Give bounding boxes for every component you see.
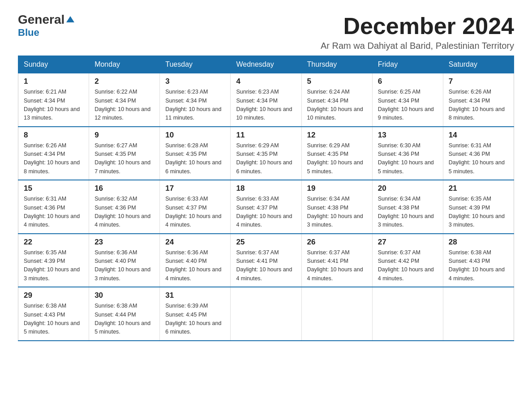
day-number: 16 [94,184,154,193]
day-info: Sunrise: 6:32 AMSunset: 4:36 PMDaylight:… [94,196,150,228]
calendar-week-row: 1 Sunrise: 6:21 AMSunset: 4:34 PMDayligh… [18,73,514,127]
day-number: 20 [378,184,438,193]
day-number: 23 [94,238,154,247]
day-info: Sunrise: 6:33 AMSunset: 4:37 PMDaylight:… [236,196,292,228]
svg-marker-0 [66,16,74,22]
calendar-cell: 6 Sunrise: 6:25 AMSunset: 4:34 PMDayligh… [372,73,443,127]
day-info: Sunrise: 6:23 AMSunset: 4:34 PMDaylight:… [165,89,221,121]
day-info: Sunrise: 6:37 AMSunset: 4:41 PMDaylight:… [307,249,363,282]
header-tuesday: Tuesday [160,56,231,73]
day-number: 22 [24,238,83,247]
day-number: 8 [24,131,83,140]
calendar-cell: 13 Sunrise: 6:30 AMSunset: 4:36 PMDaylig… [372,127,443,180]
day-number: 12 [307,131,367,140]
day-info: Sunrise: 6:24 AMSunset: 4:34 PMDaylight:… [307,89,363,121]
title-section: December 2024 Ar Ram wa Dahiyat al Barid… [321,13,514,51]
day-info: Sunrise: 6:35 AMSunset: 4:39 PMDaylight:… [24,249,80,282]
day-info: Sunrise: 6:35 AMSunset: 4:39 PMDaylight:… [449,196,505,228]
day-number: 21 [449,184,508,193]
day-number: 15 [24,184,83,193]
day-number: 11 [236,131,296,140]
day-info: Sunrise: 6:31 AMSunset: 4:36 PMDaylight:… [449,142,505,175]
calendar-cell: 26 Sunrise: 6:37 AMSunset: 4:41 PMDaylig… [301,234,372,287]
day-info: Sunrise: 6:28 AMSunset: 4:35 PMDaylight:… [165,142,221,175]
calendar-cell: 15 Sunrise: 6:31 AMSunset: 4:36 PMDaylig… [18,180,89,234]
day-info: Sunrise: 6:33 AMSunset: 4:37 PMDaylight:… [165,196,221,228]
calendar-cell: 16 Sunrise: 6:32 AMSunset: 4:36 PMDaylig… [89,180,160,234]
logo-icon [65,14,75,24]
calendar-cell [443,287,514,341]
calendar-cell [301,287,372,341]
day-number: 30 [94,291,154,300]
calendar-week-row: 8 Sunrise: 6:26 AMSunset: 4:34 PMDayligh… [18,127,514,180]
day-info: Sunrise: 6:34 AMSunset: 4:38 PMDaylight:… [307,196,363,228]
calendar-cell: 19 Sunrise: 6:34 AMSunset: 4:38 PMDaylig… [301,180,372,234]
calendar-cell: 20 Sunrise: 6:34 AMSunset: 4:38 PMDaylig… [372,180,443,234]
day-info: Sunrise: 6:36 AMSunset: 4:40 PMDaylight:… [94,249,150,282]
calendar-cell: 29 Sunrise: 6:38 AMSunset: 4:43 PMDaylig… [18,287,89,341]
calendar-cell: 1 Sunrise: 6:21 AMSunset: 4:34 PMDayligh… [18,73,89,127]
day-info: Sunrise: 6:37 AMSunset: 4:41 PMDaylight:… [236,249,292,282]
day-info: Sunrise: 6:38 AMSunset: 4:44 PMDaylight:… [94,303,150,335]
day-number: 29 [24,291,83,300]
header-sunday: Sunday [18,56,89,73]
calendar-cell: 27 Sunrise: 6:37 AMSunset: 4:42 PMDaylig… [372,234,443,287]
day-number: 6 [378,77,438,86]
calendar-table: SundayMondayTuesdayWednesdayThursdayFrid… [18,56,514,341]
day-number: 3 [165,77,225,86]
calendar-cell: 4 Sunrise: 6:23 AMSunset: 4:34 PMDayligh… [231,73,301,127]
calendar-cell: 5 Sunrise: 6:24 AMSunset: 4:34 PMDayligh… [301,73,372,127]
calendar-cell: 22 Sunrise: 6:35 AMSunset: 4:39 PMDaylig… [18,234,89,287]
month-year-title: December 2024 [321,13,514,39]
day-number: 26 [307,238,367,247]
calendar-cell: 14 Sunrise: 6:31 AMSunset: 4:36 PMDaylig… [443,127,514,180]
header-thursday: Thursday [301,56,372,73]
calendar-cell: 31 Sunrise: 6:39 AMSunset: 4:45 PMDaylig… [160,287,231,341]
day-number: 14 [449,131,508,140]
day-number: 2 [94,77,154,86]
calendar-cell: 18 Sunrise: 6:33 AMSunset: 4:37 PMDaylig… [231,180,301,234]
day-number: 5 [307,77,367,86]
day-info: Sunrise: 6:21 AMSunset: 4:34 PMDaylight:… [24,89,80,121]
header-wednesday: Wednesday [231,56,301,73]
location-subtitle: Ar Ram wa Dahiyat al Barid, Palestinian … [321,41,514,51]
calendar-cell: 28 Sunrise: 6:38 AMSunset: 4:43 PMDaylig… [443,234,514,287]
day-info: Sunrise: 6:37 AMSunset: 4:42 PMDaylight:… [378,249,434,282]
day-number: 28 [449,238,508,247]
header-friday: Friday [372,56,443,73]
day-number: 27 [378,238,438,247]
day-number: 25 [236,238,296,247]
calendar-cell: 9 Sunrise: 6:27 AMSunset: 4:35 PMDayligh… [89,127,160,180]
calendar-cell: 17 Sunrise: 6:33 AMSunset: 4:37 PMDaylig… [160,180,231,234]
calendar-cell: 11 Sunrise: 6:29 AMSunset: 4:35 PMDaylig… [231,127,301,180]
calendar-cell [231,287,301,341]
calendar-cell: 21 Sunrise: 6:35 AMSunset: 4:39 PMDaylig… [443,180,514,234]
day-number: 1 [24,77,83,86]
calendar-cell: 8 Sunrise: 6:26 AMSunset: 4:34 PMDayligh… [18,127,89,180]
day-info: Sunrise: 6:26 AMSunset: 4:34 PMDaylight:… [449,89,505,121]
day-number: 19 [307,184,367,193]
logo-blue-text: Blue [18,27,39,39]
day-info: Sunrise: 6:27 AMSunset: 4:35 PMDaylight:… [94,142,150,175]
day-info: Sunrise: 6:22 AMSunset: 4:34 PMDaylight:… [94,89,150,121]
day-number: 17 [165,184,225,193]
logo-general: General [18,13,64,26]
calendar-week-row: 29 Sunrise: 6:38 AMSunset: 4:43 PMDaylig… [18,287,514,341]
page-header: General Blue December 2024 Ar Ram wa Dah… [18,13,514,51]
day-info: Sunrise: 6:23 AMSunset: 4:34 PMDaylight:… [236,89,292,121]
calendar-week-row: 15 Sunrise: 6:31 AMSunset: 4:36 PMDaylig… [18,180,514,234]
day-info: Sunrise: 6:26 AMSunset: 4:34 PMDaylight:… [24,142,80,175]
day-info: Sunrise: 6:38 AMSunset: 4:43 PMDaylight:… [449,249,505,282]
day-number: 4 [236,77,296,86]
day-number: 10 [165,131,225,140]
day-number: 13 [378,131,438,140]
calendar-header-row: SundayMondayTuesdayWednesdayThursdayFrid… [18,56,514,73]
calendar-cell: 12 Sunrise: 6:29 AMSunset: 4:35 PMDaylig… [301,127,372,180]
calendar-cell: 24 Sunrise: 6:36 AMSunset: 4:40 PMDaylig… [160,234,231,287]
day-number: 24 [165,238,225,247]
calendar-cell: 10 Sunrise: 6:28 AMSunset: 4:35 PMDaylig… [160,127,231,180]
calendar-cell: 23 Sunrise: 6:36 AMSunset: 4:40 PMDaylig… [89,234,160,287]
calendar-cell: 7 Sunrise: 6:26 AMSunset: 4:34 PMDayligh… [443,73,514,127]
day-info: Sunrise: 6:29 AMSunset: 4:35 PMDaylight:… [307,142,363,175]
calendar-cell: 25 Sunrise: 6:37 AMSunset: 4:41 PMDaylig… [231,234,301,287]
